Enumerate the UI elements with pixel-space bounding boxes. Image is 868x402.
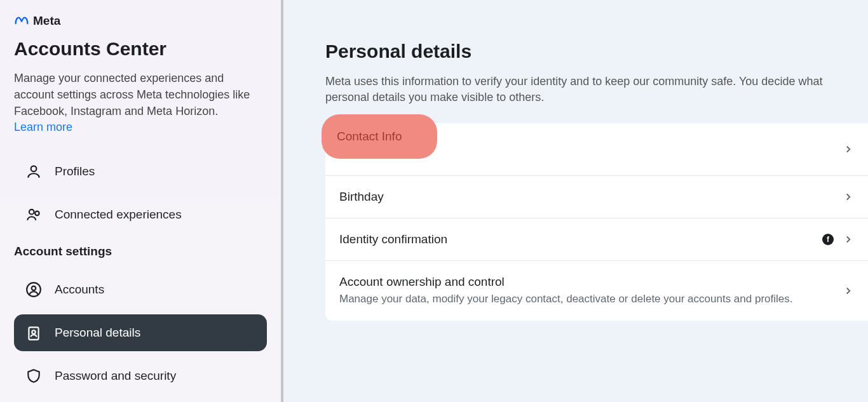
row-birthday[interactable]: Birthday bbox=[325, 176, 868, 218]
brand-name: Meta bbox=[33, 14, 60, 28]
nav-label: Profiles bbox=[55, 164, 95, 178]
sidebar-title: Accounts Center bbox=[14, 38, 267, 60]
highlight-label: Contact Info bbox=[337, 130, 402, 143]
facebook-icon: f bbox=[822, 234, 834, 245]
account-circle-icon bbox=[25, 281, 42, 298]
brand-logo: Meta bbox=[14, 14, 267, 28]
row-subtitle: Manage your data, modify your legacy con… bbox=[339, 291, 835, 307]
sidebar-description: Manage your connected experiences and ac… bbox=[14, 70, 267, 119]
sidebar-item-password-security[interactable]: Password and security bbox=[14, 358, 267, 394]
svg-point-4 bbox=[32, 286, 36, 291]
page-title: Personal details bbox=[325, 41, 868, 62]
chevron-right-icon bbox=[843, 285, 854, 297]
row-account-ownership[interactable]: Account ownership and control Manage you… bbox=[325, 261, 868, 321]
people-icon bbox=[25, 206, 42, 223]
shield-icon bbox=[25, 368, 42, 384]
row-title: Identity confirmation bbox=[339, 232, 822, 246]
page-description: Meta uses this information to verify you… bbox=[325, 74, 865, 105]
chevron-right-icon bbox=[843, 234, 854, 245]
sidebar-item-profiles[interactable]: Profiles bbox=[14, 153, 267, 190]
learn-more-link[interactable]: Learn more bbox=[14, 121, 72, 133]
id-card-icon bbox=[25, 325, 42, 341]
main-content: Personal details Meta uses this informat… bbox=[283, 0, 868, 402]
nav-label: Connected experiences bbox=[55, 208, 182, 222]
row-title: Account ownership and control bbox=[339, 275, 843, 289]
svg-point-0 bbox=[31, 166, 37, 172]
sidebar-item-connected-experiences[interactable]: Connected experiences bbox=[14, 196, 267, 233]
chevron-right-icon bbox=[843, 144, 854, 155]
settings-card: Contact Info Contact Info Birthday bbox=[325, 123, 868, 321]
sidebar-item-personal-details[interactable]: Personal details bbox=[14, 314, 267, 351]
chevron-right-icon bbox=[843, 191, 854, 203]
row-identity-confirmation[interactable]: Identity confirmation f bbox=[325, 218, 868, 261]
svg-point-1 bbox=[29, 210, 34, 215]
nav-label: Personal details bbox=[55, 326, 140, 340]
row-contact-info[interactable]: Contact Info Contact Info bbox=[325, 123, 868, 176]
person-icon bbox=[25, 163, 42, 180]
sidebar-section-title: Account settings bbox=[14, 245, 267, 258]
row-title: Birthday bbox=[339, 190, 843, 204]
sidebar-item-accounts[interactable]: Accounts bbox=[14, 271, 267, 308]
nav-label: Password and security bbox=[55, 369, 176, 383]
meta-logo-icon bbox=[14, 16, 29, 26]
svg-point-2 bbox=[35, 211, 39, 216]
sidebar: Meta Accounts Center Manage your connect… bbox=[0, 0, 283, 402]
nav-label: Accounts bbox=[55, 283, 104, 297]
svg-point-6 bbox=[32, 330, 35, 333]
